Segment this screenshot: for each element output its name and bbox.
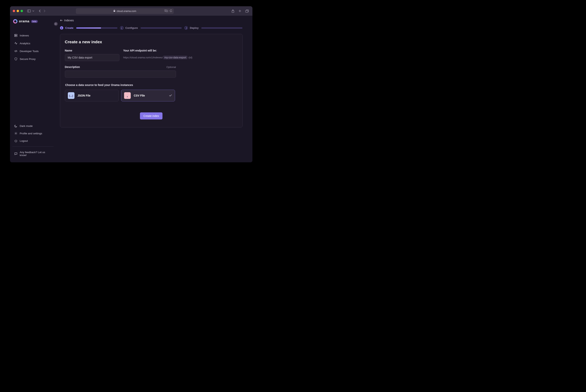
svg-line-18 bbox=[16, 50, 16, 52]
sidebar-item-developer-tools[interactable]: Developer Tools bbox=[12, 48, 54, 55]
source-label: Choose a data source to feed your Orama … bbox=[65, 84, 238, 86]
share-button[interactable] bbox=[231, 8, 235, 14]
logo[interactable]: orama beta bbox=[12, 19, 54, 27]
show-sidebar-button[interactable] bbox=[27, 9, 32, 13]
sidebar-item-label: Any feedback? Let us know! bbox=[20, 151, 52, 157]
shield-icon bbox=[14, 57, 18, 60]
maximize-window-button[interactable] bbox=[21, 10, 23, 12]
new-tab-button[interactable] bbox=[237, 8, 242, 14]
lock-icon bbox=[113, 10, 115, 12]
csv-icon: , bbox=[124, 92, 131, 99]
collapse-sidebar-button[interactable] bbox=[54, 22, 58, 26]
sidebar-item-label: Developer Tools bbox=[20, 50, 39, 53]
reload-icon[interactable] bbox=[170, 10, 172, 13]
close-window-button[interactable] bbox=[13, 10, 15, 12]
moon-icon bbox=[14, 124, 18, 128]
source-options: {...} JSON File , CSV File bbox=[65, 90, 238, 102]
sidebar-item-logout[interactable]: Logout bbox=[12, 137, 54, 144]
sidebar-item-label: Analytics bbox=[20, 42, 30, 45]
back-label: Indexes bbox=[64, 19, 74, 22]
source-option-csv[interactable]: , CSV File bbox=[121, 90, 175, 102]
browser-window: cloud.orama.com 文A bbox=[10, 6, 252, 162]
translate-icon[interactable]: 文A bbox=[164, 10, 168, 13]
main-content: Indexes 1 Create 2 Configure 3 bbox=[56, 16, 252, 162]
app-body: orama beta Indexes Analytics Developer T… bbox=[10, 16, 252, 162]
svg-rect-0 bbox=[28, 10, 31, 12]
stepper: 1 Create 2 Configure 3 Deploy bbox=[60, 26, 243, 30]
card-title: Create a new index bbox=[65, 40, 238, 44]
name-input[interactable] bbox=[65, 54, 119, 61]
sidebar-bottom-nav: Dark mode Profile and settings Logout An… bbox=[12, 122, 54, 159]
step-label: Configure bbox=[125, 26, 138, 29]
step-label: Create bbox=[65, 26, 74, 29]
json-icon: {...} bbox=[68, 92, 75, 99]
svg-text:A: A bbox=[166, 10, 167, 12]
url-text: cloud.orama.com bbox=[117, 10, 136, 12]
sidebar-item-label: Indexes bbox=[20, 34, 29, 37]
sidebar-item-label: Secure Proxy bbox=[20, 58, 36, 60]
sidebar: orama beta Indexes Analytics Developer T… bbox=[10, 16, 56, 162]
nav-back-button[interactable] bbox=[38, 8, 42, 13]
sidebar-item-label: Profile and settings bbox=[20, 132, 42, 135]
step-bar bbox=[141, 28, 182, 28]
sidebar-item-dark-mode[interactable]: Dark mode bbox=[12, 122, 54, 130]
sidebar-item-feedback[interactable]: Any feedback? Let us know! bbox=[12, 148, 54, 159]
endpoint-prefix: https://cloud.orama.run/v1/indexes/ bbox=[123, 56, 163, 59]
window-controls bbox=[13, 10, 23, 12]
gear-icon bbox=[14, 132, 18, 135]
endpoint-preview: https://cloud.orama.run/v1/indexes/ my-c… bbox=[123, 56, 238, 59]
sidebar-item-profile-settings[interactable]: Profile and settings bbox=[12, 130, 54, 137]
step-deploy[interactable]: 3 Deploy bbox=[184, 26, 198, 30]
minimize-window-button[interactable] bbox=[17, 10, 19, 12]
activity-icon bbox=[14, 42, 18, 45]
optional-hint: Optional bbox=[166, 66, 176, 68]
check-icon bbox=[169, 94, 172, 97]
tab-overview-button[interactable] bbox=[245, 8, 249, 14]
sidebar-item-secure-proxy[interactable]: Secure Proxy bbox=[12, 55, 54, 63]
step-number: 1 bbox=[60, 26, 63, 30]
sidebar-item-indexes[interactable]: Indexes bbox=[12, 32, 54, 39]
step-label: Deploy bbox=[190, 26, 198, 29]
logo-text: orama bbox=[19, 20, 30, 23]
logo-icon bbox=[13, 19, 18, 24]
svg-text:文: 文 bbox=[165, 10, 166, 11]
sidebar-item-label: Logout bbox=[20, 140, 28, 142]
step-configure[interactable]: 2 Configure bbox=[120, 26, 138, 30]
endpoint-label: Your API endpoint will be: bbox=[123, 49, 238, 52]
nav-forward-button[interactable] bbox=[43, 8, 47, 13]
divider bbox=[12, 146, 54, 147]
endpoint-suffix: -{id} bbox=[188, 56, 192, 59]
source-option-json[interactable]: {...} JSON File bbox=[65, 90, 119, 102]
svg-point-19 bbox=[15, 133, 16, 134]
svg-rect-2 bbox=[114, 10, 115, 12]
step-bar bbox=[201, 28, 242, 28]
description-label: Description bbox=[65, 66, 80, 68]
sidebar-item-label: Dark mode bbox=[20, 124, 33, 128]
code-icon bbox=[14, 50, 18, 53]
source-name: CSV File bbox=[134, 94, 145, 97]
create-index-button[interactable]: Create index bbox=[140, 112, 162, 120]
sidebar-item-analytics[interactable]: Analytics bbox=[12, 40, 54, 47]
message-icon bbox=[14, 152, 18, 155]
beta-badge: beta bbox=[31, 20, 38, 23]
source-name: JSON File bbox=[78, 94, 91, 97]
svg-rect-11 bbox=[245, 10, 248, 12]
step-bar bbox=[76, 28, 117, 28]
svg-rect-12 bbox=[55, 23, 57, 25]
sidebar-dropdown-button[interactable] bbox=[32, 10, 35, 12]
sidebar-main-nav: Indexes Analytics Developer Tools Secure… bbox=[12, 32, 54, 63]
step-create[interactable]: 1 Create bbox=[60, 26, 74, 30]
name-label: Name bbox=[65, 49, 119, 52]
browser-chrome: cloud.orama.com 文A bbox=[10, 6, 252, 16]
back-button[interactable]: Indexes bbox=[56, 17, 74, 24]
server-icon bbox=[14, 34, 18, 37]
endpoint-slug: my-csv-data-export bbox=[163, 56, 187, 59]
step-number: 3 bbox=[184, 26, 188, 30]
step-number: 2 bbox=[120, 26, 123, 30]
form-card: Create a new index Name Your API endpoin… bbox=[60, 34, 243, 128]
description-input[interactable] bbox=[65, 70, 176, 78]
url-bar[interactable]: cloud.orama.com 文A bbox=[76, 8, 174, 14]
arrow-left-icon bbox=[60, 19, 63, 22]
power-icon bbox=[14, 139, 18, 142]
